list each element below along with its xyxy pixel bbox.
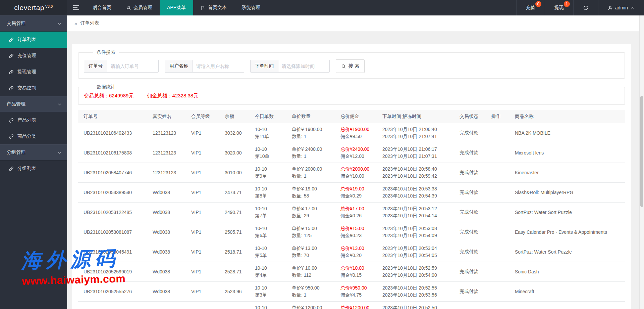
cell-action [486,183,509,203]
username-input[interactable] [193,60,244,72]
cell-today-orders: 10-10第9单 [250,163,286,183]
cell-product: Sonic Dash [509,262,625,282]
cell-balance: 3020.00 [219,143,250,163]
cell-today-orders: 10-10第4单 [250,262,286,282]
search-icon [341,64,346,69]
cell-real-name: 123123123 [147,123,186,143]
table-header-row: 订单号 真实姓名 会员等级 余额 今日单数 单价数量 总价佣金 下单时间 解冻时… [78,110,625,123]
table-row: UB2310102053122485 Wd0038 VIP1 2490.71 1… [78,203,625,222]
sidebar-item-group-list[interactable]: 分组列表 [0,161,67,177]
cell-real-name: Wd0038 [147,183,186,203]
cell-real-name: 123123123 [147,143,186,163]
link-icon [9,134,14,139]
sidebar-group-group[interactable]: 分组管理 [0,144,67,161]
order-no-input[interactable] [107,60,158,72]
sidebar-group-trade[interactable]: 交易管理 [0,15,67,32]
col-price-qty: 单价数量 [286,110,335,123]
col-order-no: 订单号 [78,110,147,123]
top-navbar: clevertap V3.0 后台首页 会员管理 APP菜单 首页文本 系统管理… [0,0,644,15]
cell-total-commission: 总价¥950.00佣金¥4.75 [335,282,377,302]
recharge-button[interactable]: 充值 0 [516,0,545,15]
cell-times: 2023年10月10日 20:53:122023年10月10日 20:54:14 [377,203,454,222]
cell-order-no: UB2310102053389540 [78,183,147,203]
nav-item-app-menu[interactable]: APP菜单 [160,0,193,15]
vertical-scrollbar[interactable] [639,15,644,309]
admin-menu[interactable]: admin [598,0,644,15]
cell-today-orders: 10-10第6单 [250,222,286,242]
cell-balance: 3010.00 [219,163,250,183]
cell-balance: 2517.96 [219,302,250,309]
cell-product: SortPuz: Water Sort Puzzle [509,242,625,262]
col-today-orders: 今日单数 [250,110,286,123]
cell-balance: 2505.71 [219,222,250,242]
nav-item-home[interactable]: 后台首页 [85,0,119,15]
cell-level: VIP1 [186,242,219,262]
cell-times: 2023年10月10日 20:52:502023年10月10日 20:53:51 [377,302,454,309]
cell-product: SortPuz: Water Sort Puzzle [509,203,625,222]
cell-status: 完成付款 [454,302,486,309]
withdraw-button[interactable]: 提现 1 [545,0,573,15]
cell-status: 完成付款 [454,242,486,262]
sidebar-item-trade-control[interactable]: 交易控制 [0,80,67,96]
order-no-label: 订单号 [84,60,107,72]
sidebar-item-product-list[interactable]: 产品列表 [0,112,67,128]
col-status: 交易状态 [454,110,486,123]
sidebar-item-withdraw-mgmt[interactable]: 提现管理 [0,64,67,80]
cell-real-name: Wd0038 [147,222,186,242]
cell-level: VIP1 [186,203,219,222]
cell-times: 2023年10月10日 20:52:592023年10月10日 20:54:00 [377,262,454,282]
cell-action [486,123,509,143]
cell-total-commission: 总价¥19.00佣金¥0.29 [335,183,377,203]
cell-status: 完成付款 [454,222,486,242]
sidebar-item-order-list[interactable]: 订单列表 [0,32,67,48]
sidebar: 交易管理 订单列表 充值管理 提现管理 交易控制 产品管理 [0,15,67,309]
cell-order-no: UB2310102053045491 [78,242,147,262]
withdraw-badge: 1 [564,1,570,7]
col-balance: 余额 [219,110,250,123]
search-panel: 条件搜索 订单号 用户名称 下单时间 搜 索 [78,49,625,79]
cell-total-commission: 总价¥10.00佣金¥0.15 [335,262,377,282]
sidebar-item-product-category[interactable]: 商品分类 [0,128,67,144]
cell-real-name: 123123123 [147,163,186,183]
col-total-commission: 总价佣金 [335,110,377,123]
cell-order-no: UB2310102052506800 [78,302,147,309]
sidebar-group-product[interactable]: 产品管理 [0,96,67,112]
cell-order-no: UB2310102058407746 [78,163,147,183]
cell-product: Minecraft [509,282,625,302]
search-panel-legend: 条件搜索 [93,49,119,55]
cell-status: 完成付款 [454,143,486,163]
cell-level: VIP1 [186,222,219,242]
total-trade-amount: 交易总额：6249989元 [84,93,133,98]
cell-order-no: UB2310102052599019 [78,262,147,282]
cell-times: 2023年10月10日 20:52:552023年10月10日 20:53:56 [377,282,454,302]
table-row: UB2310102053389540 Wd0038 VIP1 2473.71 1… [78,183,625,203]
search-button[interactable]: 搜 索 [336,59,365,73]
nav-item-home-text[interactable]: 首页文本 [193,0,234,15]
cell-status: 完成付款 [454,282,486,302]
refresh-button[interactable] [573,0,598,15]
chevron-down-icon [57,102,62,106]
hamburger-icon [73,5,79,10]
cell-price-qty: 单价¥ 13.00数量: 70 [286,242,335,262]
cell-price-qty: 单价¥ 17.00数量: 29 [286,203,335,222]
scrollbar-thumb[interactable] [640,96,643,207]
link-icon [9,118,14,123]
sidebar-toggle-button[interactable] [67,0,85,15]
cell-price-qty: 单价¥ 10.00数量: 112 [286,262,335,282]
logo-text: clevertap [14,4,44,12]
cell-real-name: Wd0038 [147,242,186,262]
cell-action [486,282,509,302]
order-time-input[interactable] [278,60,329,72]
username-label: 用户名称 [165,60,193,72]
admin-username: admin [615,5,628,10]
sidebar-item-recharge-mgmt[interactable]: 充值管理 [0,48,67,64]
cell-balance: 2473.71 [219,183,250,203]
cell-status: 完成付款 [454,203,486,222]
link-icon [9,37,14,42]
nav-item-system[interactable]: 系统管理 [234,0,268,15]
cell-level: VIP1 [186,262,219,282]
cell-action [486,302,509,309]
cell-balance: 2490.71 [219,203,250,222]
nav-item-members[interactable]: 会员管理 [119,0,160,15]
cell-order-no: UB2310102053122485 [78,203,147,222]
